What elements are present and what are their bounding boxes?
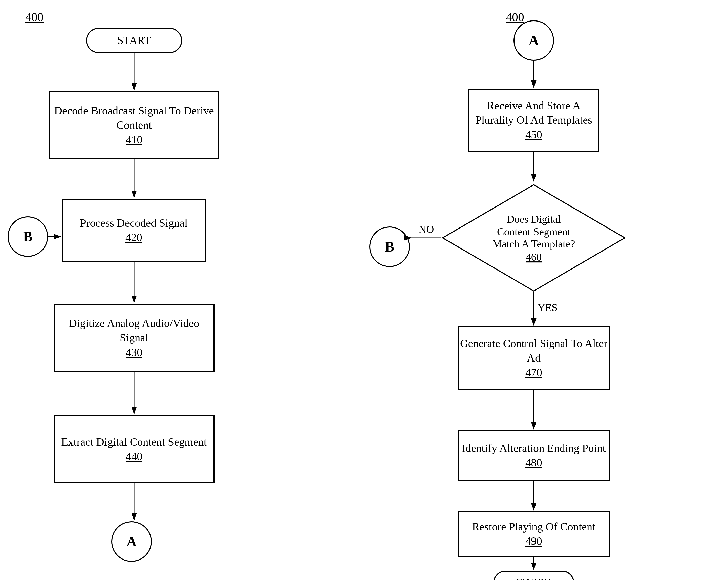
step-460-diamond: Does Digital Content Segment Match A Tem… [440, 182, 627, 294]
step-420-label: Process Decoded Signal [80, 216, 187, 230]
step-420-box: Process Decoded Signal 420 [62, 199, 206, 262]
svg-text:Match A Template?: Match A Template? [492, 238, 575, 250]
step-480-number: 480 [462, 455, 605, 470]
step-450-content: Receive And Store A Plurality Of Ad Temp… [469, 98, 598, 142]
finish-node-visible: FINISH [493, 571, 574, 580]
left-arrows [0, 0, 364, 580]
connector-a-right-label: A [529, 33, 539, 48]
step-440-content: Extract Digital Content Segment 440 [61, 435, 207, 463]
connector-b-left: B [7, 217, 48, 257]
svg-marker-7 [443, 185, 625, 291]
step-470-content: Generate Control Signal To Alter Ad 470 [459, 336, 608, 380]
svg-text:YES: YES [538, 302, 557, 313]
step-450-label: Receive And Store A Plurality Of Ad Temp… [469, 98, 598, 127]
step-430-content: Digitize Analog Audio/Video Signal 430 [55, 316, 213, 360]
step-440-box: Extract Digital Content Segment 440 [54, 415, 214, 483]
finish-label-visible: FINISH [516, 576, 552, 580]
step-430-number: 430 [55, 345, 213, 360]
step-430-label: Digitize Analog Audio/Video Signal [55, 316, 213, 345]
start-node: START [86, 28, 182, 53]
start-label: START [117, 33, 151, 48]
step-470-number: 470 [459, 365, 608, 380]
step-470-box: Generate Control Signal To Alter Ad 470 [458, 326, 609, 390]
connector-b-left-label: B [23, 229, 32, 244]
svg-text:Does Digital: Does Digital [507, 213, 561, 225]
left-flowchart: 400 START Decode Broadcast Signal To Der… [0, 0, 364, 580]
step-480-box: Identify Alteration Ending Point 480 [458, 430, 609, 481]
step-450-box: Receive And Store A Plurality Of Ad Temp… [468, 89, 599, 152]
step-480-content: Identify Alteration Ending Point 480 [462, 441, 605, 470]
svg-text:460: 460 [526, 251, 542, 263]
step-410-number: 410 [50, 133, 218, 147]
connector-a-left-label: A [127, 534, 137, 549]
right-flowchart: 400 A Receive And Store A Plurality Of A… [364, 0, 728, 580]
step-410-box: Decode Broadcast Signal To Derive Conten… [49, 91, 219, 159]
step-410-content: Decode Broadcast Signal To Derive Conten… [50, 103, 218, 147]
svg-text:Content Segment: Content Segment [497, 226, 571, 237]
step-490-label: Restore Playing Of Content [472, 520, 595, 534]
step-440-number: 440 [61, 449, 207, 463]
step-420-number: 420 [80, 230, 187, 245]
svg-text:NO: NO [419, 223, 434, 235]
step-410-label: Decode Broadcast Signal To Derive Conten… [50, 103, 218, 132]
step-440-label: Extract Digital Content Segment [61, 435, 207, 449]
step-490-box: Restore Playing Of Content 490 [458, 511, 609, 557]
step-430-box: Digitize Analog Audio/Video Signal 430 [54, 304, 214, 372]
step-490-number: 490 [472, 534, 595, 548]
connector-a-left: A [111, 521, 152, 562]
step-480-label: Identify Alteration Ending Point [462, 441, 605, 455]
connector-b-right: B [369, 226, 410, 267]
right-diagram-label: 400 [506, 10, 524, 24]
connector-a-right: A [514, 20, 554, 61]
step-490-content: Restore Playing Of Content 490 [472, 520, 595, 548]
step-470-label: Generate Control Signal To Alter Ad [459, 336, 608, 365]
step-420-content: Process Decoded Signal 420 [80, 216, 187, 245]
left-diagram-label: 400 [25, 10, 44, 24]
step-450-number: 450 [469, 128, 598, 142]
connector-b-right-label: B [385, 239, 394, 254]
